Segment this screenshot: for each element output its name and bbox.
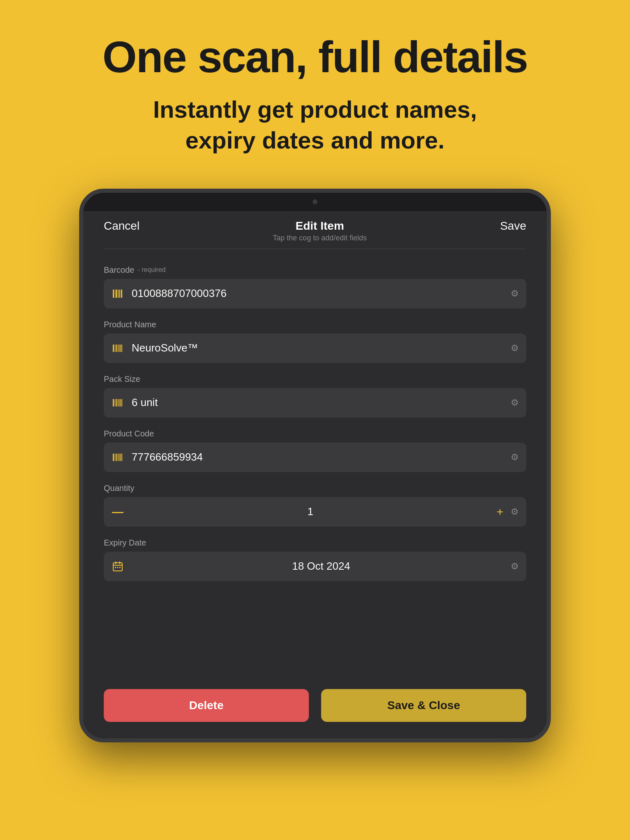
expiry-date-gear-icon[interactable]: ⚙ bbox=[511, 561, 519, 572]
svg-rect-28 bbox=[115, 567, 116, 568]
quantity-label: Quantity bbox=[104, 484, 526, 493]
svg-rect-17 bbox=[121, 399, 122, 406]
svg-rect-14 bbox=[116, 399, 118, 406]
quantity-gear-icon[interactable]: ⚙ bbox=[511, 507, 519, 517]
barcode-field-group: Barcode - required bbox=[104, 265, 526, 308]
nav-subtitle: Tap the cog to add/edit fields bbox=[148, 234, 492, 242]
svg-rect-29 bbox=[117, 567, 119, 568]
svg-rect-11 bbox=[121, 345, 122, 352]
page-wrapper: One scan, full details Instantly get pro… bbox=[0, 0, 630, 840]
product-code-gear-icon[interactable]: ⚙ bbox=[511, 452, 519, 463]
expiry-date-field-row[interactable]: 18 Oct 2024 ⚙ bbox=[104, 552, 526, 581]
svg-rect-2 bbox=[116, 290, 117, 298]
svg-rect-0 bbox=[113, 290, 114, 298]
screen-content: Cancel Edit Item Tap the cog to add/edit… bbox=[83, 211, 547, 738]
svg-rect-7 bbox=[115, 345, 116, 352]
hero-title: One scan, full details bbox=[103, 33, 527, 82]
barcode-gear-icon[interactable]: ⚙ bbox=[511, 288, 519, 299]
camera-dot bbox=[313, 199, 317, 204]
svg-rect-8 bbox=[116, 345, 118, 352]
quantity-value: 1 bbox=[124, 505, 497, 518]
svg-rect-22 bbox=[120, 454, 121, 461]
expiry-date-field-group: Expiry Date bbox=[104, 538, 526, 581]
expiry-date-value: 18 Oct 2024 bbox=[132, 560, 511, 573]
pack-size-icon bbox=[111, 397, 124, 409]
quantity-field-group: Quantity — 1 + ⚙ bbox=[104, 484, 526, 527]
product-name-gear-icon[interactable]: ⚙ bbox=[511, 343, 519, 354]
pack-size-field-row[interactable]: 6 unit ⚙ bbox=[104, 388, 526, 418]
svg-rect-23 bbox=[121, 454, 122, 461]
quantity-minus-button[interactable]: — bbox=[111, 505, 124, 518]
svg-rect-13 bbox=[115, 399, 116, 406]
svg-rect-18 bbox=[113, 454, 114, 461]
quantity-plus-button[interactable]: + bbox=[497, 505, 503, 518]
nav-title: Edit Item bbox=[148, 219, 492, 233]
pack-size-value: 6 unit bbox=[132, 396, 511, 409]
barcode-required: - required bbox=[138, 266, 166, 274]
product-name-label: Product Name bbox=[104, 320, 526, 329]
product-name-icon bbox=[111, 342, 124, 354]
pack-size-gear-icon[interactable]: ⚙ bbox=[511, 397, 519, 408]
product-code-icon bbox=[111, 452, 124, 463]
product-name-field-group: Product Name bbox=[104, 320, 526, 363]
svg-rect-16 bbox=[120, 399, 121, 406]
product-name-value: NeuroSolve™ bbox=[132, 342, 511, 354]
svg-rect-3 bbox=[118, 290, 119, 298]
svg-rect-6 bbox=[113, 345, 114, 352]
product-code-field-row[interactable]: 777666859934 ⚙ bbox=[104, 443, 526, 472]
expiry-date-label: Expiry Date bbox=[104, 538, 526, 548]
calendar-icon bbox=[111, 561, 124, 572]
quantity-field-row: — 1 + ⚙ bbox=[104, 497, 526, 527]
save-close-button[interactable]: Save & Close bbox=[321, 689, 526, 722]
product-code-value: 777666859934 bbox=[132, 451, 511, 463]
pack-size-field-group: Pack Size bbox=[104, 374, 526, 418]
bottom-actions: Delete Save & Close bbox=[83, 677, 547, 738]
barcode-label: Barcode - required bbox=[104, 265, 526, 275]
svg-rect-10 bbox=[120, 345, 121, 352]
svg-rect-1 bbox=[115, 290, 116, 298]
tablet-frame: Cancel Edit Item Tap the cog to add/edit… bbox=[79, 189, 551, 742]
svg-rect-20 bbox=[116, 454, 118, 461]
barcode-value: 0100888707000376 bbox=[132, 287, 511, 300]
barcode-scan-icon bbox=[111, 288, 124, 299]
save-button[interactable]: Save bbox=[500, 219, 526, 233]
svg-rect-9 bbox=[118, 345, 119, 352]
barcode-field-row[interactable]: 0100888707000376 ⚙ bbox=[104, 279, 526, 308]
product-code-field-group: Product Code bbox=[104, 429, 526, 472]
product-name-field-row[interactable]: NeuroSolve™ ⚙ bbox=[104, 333, 526, 363]
cancel-button[interactable]: Cancel bbox=[104, 219, 139, 233]
svg-rect-4 bbox=[119, 290, 120, 298]
svg-rect-26 bbox=[119, 562, 121, 564]
product-code-label: Product Code bbox=[104, 429, 526, 438]
nav-bar: Cancel Edit Item Tap the cog to add/edit… bbox=[83, 211, 547, 249]
svg-rect-21 bbox=[118, 454, 119, 461]
svg-rect-5 bbox=[121, 290, 122, 298]
pack-size-label: Pack Size bbox=[104, 374, 526, 384]
svg-rect-19 bbox=[115, 454, 116, 461]
delete-button[interactable]: Delete bbox=[104, 689, 309, 722]
svg-rect-30 bbox=[119, 567, 121, 568]
svg-rect-12 bbox=[113, 399, 114, 406]
svg-rect-27 bbox=[113, 565, 122, 566]
svg-rect-15 bbox=[118, 399, 119, 406]
form-area: Barcode - required bbox=[83, 257, 547, 677]
svg-rect-25 bbox=[115, 562, 116, 564]
hero-subtitle: Instantly get product names, expiry date… bbox=[130, 94, 500, 156]
nav-center: Edit Item Tap the cog to add/edit fields bbox=[139, 219, 500, 242]
tablet-top-bar bbox=[83, 193, 547, 211]
form-spacer bbox=[83, 249, 547, 257]
